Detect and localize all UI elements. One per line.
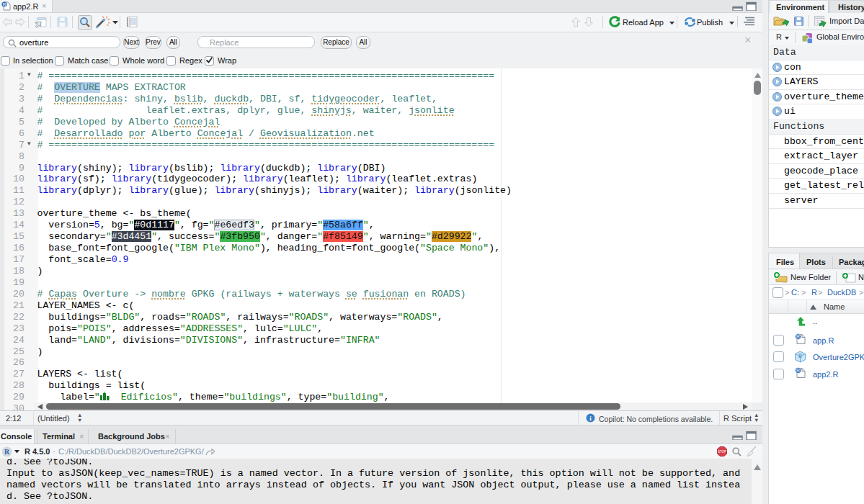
svg-text:R: R	[4, 448, 10, 456]
svg-text:STOP: STOP	[718, 450, 726, 454]
svg-text:R: R	[3, 2, 6, 7]
svg-text:R: R	[796, 334, 800, 339]
svg-text:R: R	[796, 368, 800, 373]
svg-text:R: R	[798, 352, 802, 359]
